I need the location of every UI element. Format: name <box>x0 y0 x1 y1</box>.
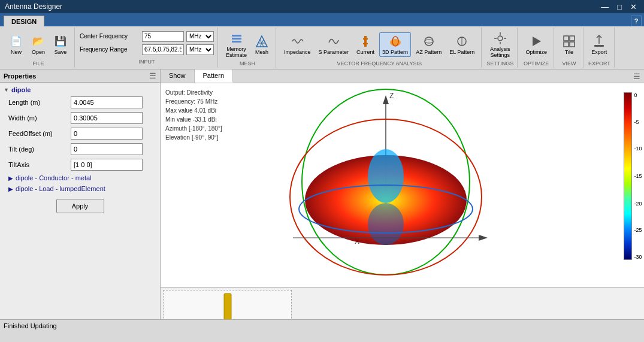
title-bar: Antenna Designer — □ ✕ <box>0 0 644 13</box>
svg-point-10 <box>390 39 401 46</box>
current-button[interactable]: Current <box>353 32 377 57</box>
status-message: Finished Updating <box>4 322 57 329</box>
analysis-settings-icon <box>493 31 507 46</box>
memory-estimate-button[interactable]: MemoryEstimate <box>223 29 250 60</box>
dipole-section: ▼ dipole Length (m) Width (m) FeedOffset… <box>0 83 160 220</box>
center-frequency-input[interactable] <box>142 31 184 42</box>
dipole-collapse-icon: ▼ <box>4 87 9 93</box>
svg-point-13 <box>425 40 433 43</box>
properties-panel-header: Properties ☰ <box>0 69 160 83</box>
tab-show[interactable]: Show <box>161 69 195 83</box>
tab-pattern[interactable]: Pattern <box>195 69 233 83</box>
open-icon: 📂 <box>31 34 46 49</box>
svg-rect-8 <box>363 38 368 40</box>
main-layout: Properties ☰ ▼ dipole Length (m) Width (… <box>0 69 644 319</box>
settings-group: AnalysisSettings SETTINGS <box>483 28 518 68</box>
s-parameter-button[interactable]: S Parameter <box>316 32 352 57</box>
dipole-group-header[interactable]: ▼ dipole <box>4 85 156 95</box>
load-collapse-icon: ▶ <box>8 186 13 192</box>
svg-marker-3 <box>256 36 267 47</box>
svg-text:Z: Z <box>389 92 394 100</box>
svg-rect-22 <box>564 36 569 41</box>
3d-pattern-button[interactable]: 3D Pattern <box>379 32 411 57</box>
conductor-section-header[interactable]: ▶ dipole - Conductor - metal <box>4 172 156 183</box>
view-group: Tile VIEW <box>555 28 583 68</box>
az-pattern-icon <box>422 34 436 49</box>
3d-pattern-display[interactable]: Z X <box>161 83 611 287</box>
length-input[interactable] <box>71 96 143 108</box>
length-label: Length (m) <box>8 99 68 106</box>
conductor-collapse-icon: ▶ <box>8 175 13 181</box>
svg-point-12 <box>425 37 433 46</box>
maximize-button[interactable]: □ <box>615 2 624 11</box>
analysis-settings-button[interactable]: AnalysisSettings <box>487 29 513 60</box>
conductor-section-label: dipole - Conductor - metal <box>16 174 92 181</box>
app-title: Antenna Designer <box>5 2 62 11</box>
load-section-label: dipole - Load - lumpedElement <box>16 185 105 192</box>
new-button[interactable]: 📄 New <box>6 32 26 57</box>
svg-rect-1 <box>232 38 241 40</box>
width-row: Width (m) <box>4 110 156 126</box>
width-input[interactable] <box>71 112 143 124</box>
load-section-header[interactable]: ▶ dipole - Load - lumpedElement <box>4 183 156 194</box>
export-group: Export EXPORT <box>585 28 615 68</box>
memory-estimate-icon <box>229 31 244 46</box>
optimize-group: Optimize OPTIMIZE <box>519 28 554 68</box>
antenna-preview <box>163 290 292 319</box>
feed-offset-label: FeedOffset (m) <box>8 130 68 137</box>
tilt-axis-input[interactable] <box>71 159 143 171</box>
tile-icon <box>562 34 576 49</box>
svg-rect-27 <box>594 45 604 47</box>
optimize-icon <box>529 34 543 49</box>
ribbon-tab-bar: DESIGN ? <box>0 13 644 26</box>
length-row: Length (m) <box>4 95 156 110</box>
save-icon: 💾 <box>53 34 68 49</box>
save-button[interactable]: 💾 Save <box>50 32 71 57</box>
color-bar: 0 -5 -10 -15 dBi -20 -25 -30 <box>611 83 644 287</box>
svg-marker-29 <box>383 95 389 104</box>
mesh-icon <box>255 34 269 49</box>
mesh-button[interactable]: Mesh <box>252 32 272 57</box>
mesh-group: MemoryEstimate Mesh MESH <box>219 28 276 68</box>
tile-button[interactable]: Tile <box>559 32 579 57</box>
tilt-input[interactable] <box>71 143 143 155</box>
open-button[interactable]: 📂 Open <box>28 32 49 57</box>
feed-offset-input[interactable] <box>71 128 143 140</box>
tab-design[interactable]: DESIGN <box>4 16 44 26</box>
svg-point-16 <box>498 36 503 41</box>
close-button[interactable]: ✕ <box>628 2 639 11</box>
frequency-range-input[interactable] <box>142 44 184 55</box>
az-pattern-button[interactable]: AZ Pattern <box>413 32 445 57</box>
tilt-label: Tilt (deg) <box>8 146 68 153</box>
current-icon <box>358 34 373 49</box>
svg-marker-40 <box>479 235 488 241</box>
pattern-tabs-bar: Show Pattern ☰ <box>161 69 644 83</box>
optimize-button[interactable]: Optimize <box>522 32 550 57</box>
plot-area: Output: Directivity Frequency: 75 MHz Ma… <box>161 83 644 287</box>
file-group: 📄 New 📂 Open 💾 Save FILE <box>2 28 75 68</box>
pattern-panel: Show Pattern ☰ Output: Directivity Frequ… <box>161 69 644 319</box>
svg-rect-0 <box>232 35 241 37</box>
tilt-row: Tilt (deg) <box>4 141 156 157</box>
svg-rect-25 <box>570 42 575 47</box>
frequency-range-unit-select[interactable]: MHz GHz kHz <box>186 44 214 55</box>
impedance-button[interactable]: Impedance <box>281 32 314 57</box>
apply-button[interactable]: Apply <box>56 199 104 213</box>
minimize-button[interactable]: — <box>598 2 611 11</box>
help-button[interactable]: ? <box>631 16 642 26</box>
impedance-icon <box>290 34 304 49</box>
el-pattern-button[interactable]: EL Pattern <box>446 32 477 57</box>
title-bar-controls: — □ ✕ <box>598 2 639 11</box>
svg-rect-7 <box>364 36 367 47</box>
pattern-options-button[interactable]: ☰ <box>633 72 640 81</box>
center-frequency-unit-select[interactable]: MHz GHz kHz <box>186 31 214 42</box>
export-button[interactable]: Export <box>588 32 610 57</box>
input-group: Center Frequency MHz GHz kHz Frequency R… <box>76 28 218 68</box>
3d-pattern-svg: Z X <box>254 83 518 287</box>
antenna-svg <box>210 290 246 319</box>
feed-offset-row: FeedOffset (m) <box>4 126 156 141</box>
properties-title: Properties <box>4 72 36 80</box>
properties-expand-button[interactable]: ☰ <box>149 71 156 80</box>
new-icon: 📄 <box>9 34 23 49</box>
status-bar: Finished Updating <box>0 319 644 331</box>
